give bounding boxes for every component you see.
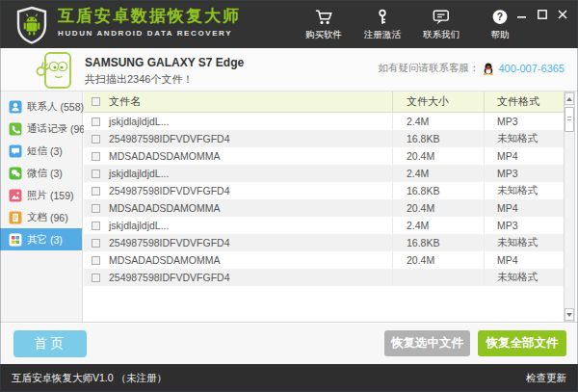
cell-file-name: 254987598IDFVDVFGFD4: [107, 185, 392, 196]
version-text: 互盾安卓恢复大师V1.0 （未注册）: [12, 364, 167, 392]
sidebar-category-item[interactable]: 微信 (3): [0, 162, 82, 184]
table-row[interactable]: 254987598IDFVDVFGFD4 未知格式: [84, 269, 566, 286]
cell-file-format: MP3: [484, 165, 566, 182]
header-menu-item[interactable]: ? 帮助: [482, 7, 518, 41]
support-phone[interactable]: 400-007-6365: [498, 63, 565, 74]
table-row[interactable]: 254987598IDFVDVFGFD4 16.8KB 未知格式: [84, 234, 566, 251]
category-count: (3): [50, 145, 63, 157]
table-scrollbar[interactable]: [564, 91, 575, 322]
column-header-name[interactable]: 文件名: [107, 94, 392, 109]
table-row[interactable]: jskjdlajldjdL... 2.4M MP3: [84, 165, 566, 182]
support-label: 如有疑问请联系客服：: [378, 62, 479, 75]
sidebar-category-item[interactable]: 其它 (3): [0, 228, 82, 250]
sidebar-category-item[interactable]: 短信 (3): [0, 140, 82, 162]
main-content: 联系人 (558) 通话记录 (96) 短信 (3) 微信 (3): [0, 91, 578, 323]
cell-file-size: 20.4M: [392, 147, 484, 165]
category-label: 联系人: [27, 100, 58, 114]
cell-file-name: 254987598IDFVDVFGFD4: [107, 272, 392, 283]
action-bar: 首页 恢复选中文件 恢复全部文件: [0, 324, 578, 364]
home-button[interactable]: 首页: [13, 330, 87, 357]
sms-icon: [9, 144, 22, 158]
category-count: (96): [50, 212, 68, 223]
cell-file-size: [392, 269, 484, 286]
category-count: (558): [61, 101, 85, 113]
row-checkbox[interactable]: [92, 256, 100, 265]
table-row[interactable]: jskjdlajldjdL... 2.4M MP3: [84, 217, 566, 234]
row-checkbox[interactable]: [92, 152, 100, 161]
cell-file-name: jskjdlajldjdL...: [107, 220, 392, 231]
table-header: 文件名 文件大小 文件格式: [84, 91, 566, 113]
header-menu-label: 购买软件: [305, 29, 342, 41]
row-checkbox[interactable]: [92, 204, 100, 213]
recover-selected-button[interactable]: 恢复选中文件: [384, 330, 470, 356]
sidebar-category-item[interactable]: 联系人 (558): [0, 95, 82, 118]
key-icon: [373, 7, 392, 26]
app-logo-shield-android-icon: [13, 6, 51, 44]
cell-file-size: 20.4M: [392, 251, 484, 269]
contacts-icon: [9, 100, 22, 114]
select-all-checkbox[interactable]: [92, 97, 100, 106]
sidebar-category-item[interactable]: 照片 (159): [0, 184, 82, 206]
cell-file-size: 2.4M: [392, 217, 484, 234]
close-button[interactable]: [557, 9, 568, 19]
cell-file-format: MP4: [484, 147, 566, 165]
row-checkbox[interactable]: [92, 118, 100, 126]
table-body: jskjdlajldjdL... 2.4M MP3 254987598IDFVD…: [84, 113, 566, 286]
scan-summary: 共扫描出2346个文件！: [85, 72, 193, 87]
cell-file-format: 未知格式: [484, 269, 566, 286]
cell-file-format: 未知格式: [484, 234, 566, 251]
scrollbar-thumb[interactable]: [565, 107, 574, 132]
file-table: 文件名 文件大小 文件格式 jskjdlajldjdL... 2.4M MP3 …: [84, 91, 566, 322]
category-label: 通话记录: [27, 122, 67, 136]
table-row[interactable]: 254987598IDFVDVFGFD4 16.8KB 未知格式: [84, 130, 566, 147]
row-checkbox[interactable]: [92, 239, 100, 248]
documents-icon: [9, 211, 22, 224]
svg-text:?: ?: [497, 12, 503, 22]
recover-all-button[interactable]: 恢复全部文件: [478, 330, 566, 356]
minimize-button[interactable]: [516, 9, 528, 19]
table-row[interactable]: 254987598IDFVDVFGFD4 16.8KB 未知格式: [84, 182, 566, 199]
scrollbar-down-button[interactable]: [565, 308, 574, 321]
header-menu: 购买软件 注册激活 联系我们 ? 帮助: [305, 7, 518, 41]
table-row[interactable]: MDSADADSDAMOMMA 20.4M MP4: [84, 147, 566, 165]
app-title: 互盾安卓数据恢复大师: [58, 7, 241, 26]
window-controls: [516, 9, 568, 19]
row-checkbox[interactable]: [92, 187, 100, 196]
row-checkbox[interactable]: [92, 274, 100, 282]
row-checkbox[interactable]: [92, 170, 100, 178]
category-label: 文档: [27, 211, 47, 224]
category-sidebar: 联系人 (558) 通话记录 (96) 短信 (3) 微信 (3): [0, 91, 83, 322]
header-menu-item[interactable]: 注册激活: [364, 7, 401, 41]
table-row[interactable]: MDSADADSDAMOMMA 20.4M MP4: [84, 199, 566, 217]
cell-file-format: 未知格式: [484, 130, 566, 147]
chat-icon: [432, 7, 451, 26]
arrow-up-icon: [566, 97, 572, 101]
row-checkbox[interactable]: [92, 222, 100, 230]
cell-file-format: MP4: [484, 251, 566, 269]
table-row[interactable]: MDSADADSDAMOMMA 20.4M MP4: [84, 251, 566, 269]
cell-file-size: 2.4M: [392, 165, 484, 182]
sidebar-category-item[interactable]: 文档 (96): [0, 206, 82, 228]
table-row[interactable]: jskjdlajldjdL... 2.4M MP3: [84, 113, 566, 130]
device-name: SAMSUNG GALAXY S7 Edge: [85, 56, 244, 69]
cell-file-size: 16.8KB: [392, 182, 484, 199]
header-menu-item[interactable]: 购买软件: [305, 7, 342, 41]
mascot-phone-icon: [33, 51, 77, 90]
header-menu-item[interactable]: 联系我们: [423, 7, 460, 41]
app-subtitle: HUDUN ANDROID DATA RECOVERY: [58, 29, 241, 38]
others-icon: [9, 233, 22, 247]
cell-file-name: jskjdlajldjdL...: [107, 116, 392, 127]
device-info-bar: SAMSUNG GALAXY S7 Edge 共扫描出2346个文件！ 如有疑问…: [0, 48, 578, 91]
maximize-button[interactable]: [537, 9, 548, 19]
cell-file-name: MDSADADSDAMOMMA: [107, 202, 392, 214]
help-icon: ?: [490, 7, 510, 26]
category-label: 照片: [27, 189, 47, 202]
column-header-format[interactable]: 文件格式: [484, 91, 566, 112]
column-header-size[interactable]: 文件大小: [392, 91, 484, 112]
sidebar-category-item[interactable]: 通话记录 (96): [0, 118, 82, 140]
call-log-icon: [9, 122, 22, 136]
cell-file-name: 254987598IDFVDVFGFD4: [107, 133, 392, 144]
scrollbar-up-button[interactable]: [565, 92, 574, 105]
row-checkbox[interactable]: [92, 135, 100, 144]
check-update-link[interactable]: 检查更新: [526, 364, 566, 392]
